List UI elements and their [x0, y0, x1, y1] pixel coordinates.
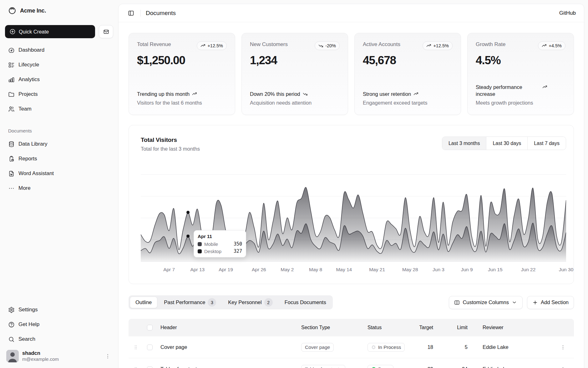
loader-icon: [371, 345, 376, 350]
documents-section-label: Documents: [5, 128, 113, 133]
stat-value: $1,250.00: [137, 54, 227, 67]
limit-cell[interactable]: 5: [444, 344, 479, 350]
view-tabs: Outline Past Performance 3 Key Personnel…: [129, 295, 333, 309]
stat-card-growth-rate: Growth Rate +4.5% 4.5% Steady performanc…: [467, 33, 574, 115]
help-icon: [8, 321, 15, 328]
sidebar-item-team[interactable]: Team: [5, 103, 113, 115]
svg-text:May 21: May 21: [369, 267, 385, 272]
reviewer-cell[interactable]: Eddie Lake: [479, 344, 545, 350]
tab-key-personnel[interactable]: Key Personnel 2: [223, 297, 278, 308]
sidebar-item-data-library[interactable]: Data Library: [5, 138, 113, 150]
select-row-checkbox[interactable]: [147, 366, 153, 368]
trending-up-icon: [200, 43, 205, 48]
trending-up-icon: [413, 91, 418, 96]
add-section-button[interactable]: Add Section: [527, 296, 574, 309]
brand[interactable]: Acme Inc.: [5, 4, 113, 17]
dashboard-icon: [8, 47, 15, 54]
sidebar-item-analytics[interactable]: Analytics: [5, 73, 113, 86]
trending-up-icon: [426, 43, 431, 48]
report-icon: [8, 156, 15, 162]
database-icon: [8, 141, 15, 148]
dots-vertical-icon: [560, 345, 566, 350]
stat-value: 1,234: [250, 54, 340, 67]
columns-icon: [454, 300, 460, 305]
sidebar-item-settings[interactable]: Settings: [5, 303, 113, 316]
status-badge: In Process: [368, 343, 405, 352]
limit-cell[interactable]: 24: [444, 366, 479, 368]
svg-text:May 14: May 14: [336, 267, 352, 272]
column-target: Target: [416, 325, 444, 330]
range-last-3-months[interactable]: Last 3 months: [442, 137, 487, 150]
svg-text:May 2: May 2: [281, 267, 294, 272]
folder-icon: [8, 91, 15, 98]
user-options-button[interactable]: [103, 352, 112, 360]
range-last-7-days[interactable]: Last 7 days: [528, 137, 566, 150]
desktop-series-swatch: [198, 249, 202, 253]
page-title: Documents: [146, 10, 176, 17]
sidebar-item-more[interactable]: More: [5, 182, 113, 194]
trending-down-icon: [303, 91, 308, 96]
select-all-checkbox[interactable]: [147, 325, 153, 330]
inbox-button[interactable]: [99, 25, 113, 38]
sections-table: Header Section Type Status Target Limit …: [129, 319, 574, 368]
row-options-button[interactable]: [558, 365, 568, 368]
grip-vertical-icon: [133, 345, 139, 350]
dots-vertical-icon: [105, 353, 111, 359]
drag-handle[interactable]: [129, 345, 143, 350]
visitors-area-chart[interactable]: Apr 7Apr 13Apr 19Apr 26May 2May 8May 14M…: [129, 162, 575, 277]
range-last-30-days[interactable]: Last 30 days: [486, 137, 528, 150]
sidebar-toggle-button[interactable]: [127, 9, 135, 18]
chart-range-toggle: Last 3 months Last 30 days Last 7 days: [442, 137, 566, 150]
grip-vertical-icon: [133, 366, 139, 368]
sidebar-item-lifecycle[interactable]: Lifecycle: [5, 59, 113, 71]
topbar-divider: [140, 10, 141, 17]
sidebar-item-search[interactable]: Search: [5, 333, 113, 345]
panel-left-icon: [128, 10, 134, 16]
target-cell[interactable]: 18: [416, 344, 444, 350]
svg-text:Apr 13: Apr 13: [190, 267, 205, 272]
gear-icon: [8, 307, 15, 313]
sidebar: Acme Inc. Quick Create Dashboard Lifecyc…: [0, 0, 118, 368]
quick-create-button[interactable]: Quick Create: [5, 25, 95, 38]
customize-columns-button[interactable]: Customize Columns: [449, 296, 523, 309]
sidebar-item-word-assistant[interactable]: Word Assistant: [5, 167, 113, 180]
sidebar-footer: Settings Get Help Search shadcn m@exampl…: [5, 303, 113, 362]
mail-icon: [103, 29, 109, 35]
svg-text:Apr 7: Apr 7: [163, 267, 175, 272]
sidebar-item-projects[interactable]: Projects: [5, 88, 113, 101]
chevron-down-icon: [512, 300, 517, 305]
quick-create-row: Quick Create: [5, 25, 113, 38]
stat-title: Total Revenue: [137, 41, 171, 48]
user-menu-trigger[interactable]: shadcn m@example.com: [5, 350, 113, 362]
trending-up-icon: [542, 85, 547, 90]
github-link[interactable]: GitHub: [559, 10, 576, 16]
target-cell[interactable]: 29: [416, 366, 444, 368]
circle-plus-icon: [9, 29, 16, 35]
brand-name: Acme Inc.: [20, 8, 46, 14]
logo-circle-icon: [8, 7, 16, 15]
topbar: Documents GitHub: [119, 4, 584, 22]
stat-card-new-customers: New Customers -20% 1,234 Down 20% this p…: [241, 33, 348, 115]
row-options-button[interactable]: [558, 343, 568, 352]
column-status: Status: [364, 325, 416, 330]
tab-count-badge: 3: [208, 298, 216, 307]
user-email: m@example.com: [22, 356, 100, 362]
file-word-icon: [8, 170, 15, 177]
sidebar-item-dashboard[interactable]: Dashboard: [5, 44, 113, 56]
row-header-cell[interactable]: Table of contents: [157, 366, 297, 368]
stat-title: Growth Rate: [476, 41, 505, 48]
tab-outline[interactable]: Outline: [130, 297, 157, 308]
stat-card-total-revenue: Total Revenue +12.5% $1,250.00 Trending …: [129, 33, 235, 115]
sidebar-item-reports[interactable]: Reports: [5, 153, 113, 165]
chart-tooltip: Apr 11 Mobile 350 Desktop 327: [194, 230, 246, 257]
reviewer-cell[interactable]: Eddie Lake: [479, 366, 545, 368]
svg-text:May 8: May 8: [309, 267, 322, 272]
tab-focus-documents[interactable]: Focus Documents: [279, 297, 332, 308]
dots-icon: [8, 185, 15, 192]
avatar: [6, 350, 19, 362]
sidebar-item-get-help[interactable]: Get Help: [5, 318, 113, 331]
tab-past-performance[interactable]: Past Performance 3: [159, 297, 221, 308]
row-header-cell[interactable]: Cover page: [157, 344, 297, 350]
select-row-checkbox[interactable]: [147, 345, 153, 350]
drag-handle[interactable]: [129, 366, 143, 368]
